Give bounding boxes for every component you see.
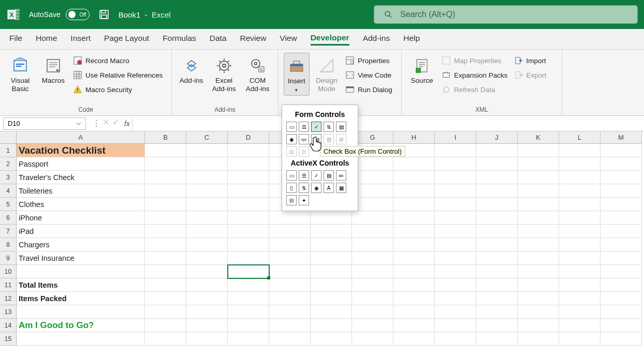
image-activex[interactable]: ▦ xyxy=(336,183,346,193)
cell[interactable] xyxy=(476,225,518,238)
cell[interactable] xyxy=(476,251,518,265)
cell[interactable]: Toileteries xyxy=(17,184,145,198)
cell[interactable]: Am I Good to Go? xyxy=(17,319,145,332)
search-input[interactable]: Search (Alt+Q) xyxy=(374,5,638,24)
cell[interactable] xyxy=(311,265,352,278)
cell[interactable] xyxy=(393,265,435,278)
tab-insert[interactable]: Insert xyxy=(70,34,91,44)
cell[interactable] xyxy=(269,292,311,305)
cell[interactable] xyxy=(559,292,601,305)
cell[interactable] xyxy=(145,332,186,346)
cell[interactable] xyxy=(145,305,186,319)
column-header[interactable]: C xyxy=(186,131,228,144)
cell[interactable] xyxy=(476,171,518,184)
cell[interactable] xyxy=(476,265,518,278)
record-macro-button[interactable]: Record Macro xyxy=(71,55,164,66)
cell[interactable] xyxy=(393,211,435,225)
cell[interactable] xyxy=(228,144,269,157)
cell[interactable] xyxy=(269,332,311,346)
cell[interactable] xyxy=(228,225,269,238)
cell[interactable] xyxy=(311,211,352,225)
cell[interactable] xyxy=(145,211,186,225)
cell[interactable] xyxy=(393,184,435,198)
cell[interactable] xyxy=(559,278,601,292)
checkbox-activex[interactable]: ✓ xyxy=(311,170,321,181)
cell[interactable] xyxy=(435,198,476,211)
cell[interactable] xyxy=(393,171,435,184)
cell[interactable] xyxy=(559,332,601,346)
cell[interactable] xyxy=(186,332,228,346)
cell[interactable] xyxy=(559,144,601,157)
cell[interactable] xyxy=(269,319,311,332)
cell[interactable] xyxy=(559,211,601,225)
row-header[interactable]: 2 xyxy=(0,157,17,171)
cell[interactable] xyxy=(352,211,393,225)
cell[interactable] xyxy=(393,278,435,292)
cell[interactable] xyxy=(352,184,393,198)
cell[interactable] xyxy=(269,238,311,251)
cell[interactable] xyxy=(145,225,186,238)
cell[interactable] xyxy=(435,157,476,171)
column-header[interactable]: D xyxy=(228,131,269,144)
cell[interactable] xyxy=(17,332,145,346)
cell[interactable] xyxy=(228,278,269,292)
spinbutton-activex[interactable]: ⇅ xyxy=(299,183,309,193)
checkbox-form-control[interactable]: ✓ xyxy=(311,122,321,132)
cell[interactable] xyxy=(601,184,642,198)
togglebutton-activex[interactable]: ⊟ xyxy=(286,195,297,205)
cell[interactable] xyxy=(228,332,269,346)
cell[interactable] xyxy=(186,292,228,305)
cell[interactable]: Clothes xyxy=(17,198,145,211)
cell[interactable] xyxy=(435,305,476,319)
macro-security-button[interactable]: Macro Security xyxy=(71,84,164,95)
cell[interactable] xyxy=(352,265,393,278)
cell[interactable] xyxy=(145,251,186,265)
insert-controls-button[interactable]: Insert▾ xyxy=(284,53,310,96)
formula-input[interactable] xyxy=(132,117,644,130)
cell[interactable] xyxy=(311,238,352,251)
cell[interactable] xyxy=(435,238,476,251)
cell[interactable] xyxy=(186,171,228,184)
cell[interactable] xyxy=(352,251,393,265)
cell[interactable] xyxy=(518,251,559,265)
cell[interactable] xyxy=(518,171,559,184)
view-code-button[interactable]: View Code xyxy=(344,69,394,81)
row-header[interactable]: 3 xyxy=(0,171,17,184)
tab-help[interactable]: Help xyxy=(403,34,420,44)
cell[interactable] xyxy=(145,144,186,157)
button-form-control[interactable]: ▭ xyxy=(286,122,297,132)
cell[interactable] xyxy=(559,305,601,319)
cell[interactable] xyxy=(228,198,269,211)
listbox-activex[interactable]: ▤ xyxy=(324,170,334,181)
row-header[interactable]: 7 xyxy=(0,225,17,238)
cell[interactable] xyxy=(186,278,228,292)
use-relative-references-button[interactable]: Use Relative References xyxy=(71,69,164,81)
cell[interactable] xyxy=(352,278,393,292)
cell[interactable] xyxy=(601,319,642,332)
cell[interactable] xyxy=(145,198,186,211)
cell[interactable] xyxy=(186,198,228,211)
cell[interactable] xyxy=(601,305,642,319)
cell[interactable] xyxy=(269,211,311,225)
design-mode-button[interactable]: Design Mode xyxy=(313,53,341,95)
visual-basic-button[interactable]: Visual Basic xyxy=(5,53,35,95)
cell[interactable] xyxy=(145,278,186,292)
row-header[interactable]: 6 xyxy=(0,211,17,225)
cell[interactable] xyxy=(352,157,393,171)
cell[interactable] xyxy=(559,238,601,251)
optionbutton-form-control[interactable]: ◉ xyxy=(286,134,297,144)
cell[interactable] xyxy=(601,265,642,278)
cell[interactable] xyxy=(476,238,518,251)
spinbutton-form-control[interactable]: ⇅ xyxy=(324,122,334,132)
export-button[interactable]: Export xyxy=(513,69,548,81)
refresh-data-button[interactable]: Refresh Data xyxy=(440,84,509,95)
row-header[interactable]: 1 xyxy=(0,144,17,157)
properties-button[interactable]: Properties xyxy=(344,55,394,66)
map-properties-button[interactable]: Map Properties xyxy=(440,55,509,66)
excel-addins-button[interactable]: Excel Add-ins xyxy=(209,53,239,95)
cell[interactable] xyxy=(186,157,228,171)
cell[interactable] xyxy=(435,144,476,157)
column-header[interactable]: L xyxy=(559,131,601,144)
cell[interactable] xyxy=(145,292,186,305)
row-header[interactable]: 13 xyxy=(0,305,17,319)
